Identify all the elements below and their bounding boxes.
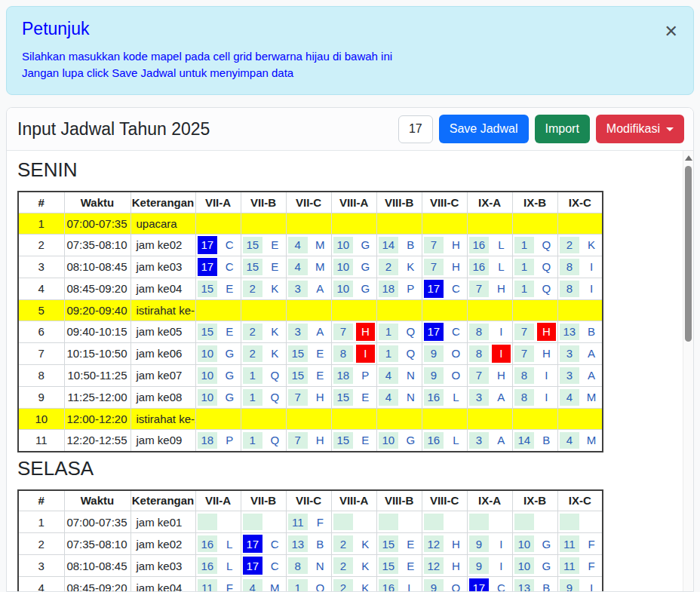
code-cell-editable[interactable] — [333, 514, 354, 530]
code-cell-editable[interactable]: 9 — [469, 535, 490, 552]
code-cell-editable[interactable]: 2 — [333, 579, 354, 592]
code-cell-editable[interactable]: 15 — [243, 237, 263, 253]
code-cell-editable[interactable]: 14 — [379, 237, 399, 253]
code-cell-editable[interactable] — [469, 514, 490, 530]
code-cell-editable[interactable]: 1 — [379, 324, 399, 340]
code-cell-highlighted[interactable]: 17 — [243, 557, 263, 575]
code-cell-editable[interactable]: 7 — [288, 432, 309, 449]
code-cell-editable[interactable] — [514, 514, 535, 530]
code-cell-editable[interactable]: 8 — [333, 345, 354, 362]
scrollbar-up-button[interactable] — [685, 155, 692, 161]
code-cell-editable[interactable]: 4 — [560, 389, 580, 406]
code-cell-editable[interactable]: 10 — [333, 237, 354, 253]
code-cell-editable[interactable]: 12 — [424, 535, 444, 552]
code-cell-editable[interactable]: 8 — [288, 557, 309, 574]
code-cell-editable[interactable]: 4 — [288, 237, 309, 253]
code-cell-editable[interactable]: 3 — [288, 281, 309, 297]
code-cell-editable[interactable]: 10 — [198, 345, 218, 362]
code-cell-editable[interactable]: 16 — [424, 432, 444, 449]
code-cell-editable[interactable]: 7 — [288, 389, 309, 406]
scrollbar-thumb[interactable] — [685, 166, 692, 342]
code-cell-editable[interactable]: 4 — [243, 579, 263, 592]
code-cell-editable[interactable]: 8 — [469, 324, 490, 340]
code-cell-editable[interactable]: 2 — [243, 281, 263, 297]
code-cell-editable[interactable]: 3 — [288, 324, 309, 340]
code-cell-editable[interactable]: 8 — [469, 345, 490, 362]
code-cell-editable[interactable]: 7 — [514, 324, 535, 340]
code-cell-editable[interactable]: 16 — [198, 535, 218, 552]
code-cell-highlighted[interactable]: 17 — [424, 280, 444, 298]
code-cell-editable[interactable]: 9 — [424, 345, 444, 362]
code-cell-editable[interactable]: 4 — [379, 367, 399, 384]
code-cell-editable[interactable]: 10 — [514, 557, 535, 574]
code-cell-editable[interactable]: 2 — [333, 535, 354, 552]
code-cell-editable[interactable]: 18 — [379, 281, 399, 297]
code-cell-editable[interactable]: 7 — [333, 324, 354, 340]
code-cell-editable[interactable]: 8 — [560, 259, 580, 275]
save-jadwal-button[interactable]: Save Jadwal — [439, 115, 529, 143]
modifikasi-dropdown-button[interactable]: Modifikasi — [596, 115, 684, 143]
code-cell-editable[interactable]: 1 — [514, 281, 535, 297]
code-cell-highlighted[interactable]: 17 — [198, 236, 218, 254]
code-cell-editable[interactable]: 10 — [379, 432, 399, 449]
code-cell-editable[interactable]: 1 — [243, 367, 263, 384]
code-cell-editable[interactable]: 11 — [560, 557, 580, 574]
code-cell-editable[interactable]: 1 — [243, 389, 263, 406]
code-cell-editable[interactable]: 8 — [560, 281, 580, 297]
code-cell-editable[interactable]: 9 — [560, 579, 580, 592]
code-cell-editable[interactable]: 8 — [514, 389, 535, 406]
code-cell-editable[interactable]: 9 — [469, 557, 490, 574]
code-cell-editable[interactable]: 10 — [198, 367, 218, 384]
code-cell-editable[interactable]: 16 — [198, 557, 218, 574]
code-cell-editable[interactable]: 15 — [243, 259, 263, 275]
code-cell-editable[interactable]: 2 — [243, 324, 263, 340]
code-cell-highlighted[interactable]: 17 — [424, 323, 444, 341]
code-cell-editable[interactable]: 13 — [288, 535, 309, 552]
code-cell-editable[interactable]: 3 — [560, 345, 580, 362]
close-alert-button[interactable]: ✕ — [662, 20, 681, 43]
code-cell-editable[interactable]: 1 — [243, 432, 263, 449]
code-cell-editable[interactable]: 2 — [243, 345, 263, 362]
code-cell-editable[interactable]: 15 — [379, 535, 399, 552]
code-cell-editable[interactable]: 16 — [379, 579, 399, 592]
code-cell-editable[interactable]: 3 — [469, 389, 490, 406]
code-cell-editable[interactable]: 10 — [333, 259, 354, 275]
code-cell-editable[interactable]: 15 — [198, 281, 218, 297]
code-cell-editable[interactable]: 10 — [514, 535, 535, 552]
code-cell-editable[interactable]: 4 — [560, 432, 580, 449]
code-cell-editable[interactable] — [198, 514, 218, 530]
subject-code-input[interactable] — [398, 115, 433, 143]
code-cell-editable[interactable]: 13 — [514, 579, 535, 592]
code-cell-editable[interactable]: 7 — [469, 367, 490, 384]
code-cell-editable[interactable]: 15 — [288, 367, 309, 384]
code-cell-highlighted[interactable]: 17 — [243, 535, 263, 553]
code-cell-editable[interactable]: 13 — [560, 324, 580, 340]
code-cell-editable[interactable]: 1 — [514, 237, 535, 253]
code-cell-editable[interactable]: 15 — [333, 432, 354, 449]
code-cell-editable[interactable]: 9 — [424, 579, 444, 592]
code-cell-editable[interactable]: 10 — [198, 389, 218, 406]
code-cell-editable[interactable]: 11 — [198, 579, 218, 592]
code-cell-editable[interactable]: 2 — [560, 237, 580, 253]
code-cell-editable[interactable]: 16 — [424, 389, 444, 406]
code-cell-editable[interactable]: 15 — [198, 324, 218, 340]
code-cell-highlighted[interactable]: 17 — [469, 578, 490, 592]
code-cell-editable[interactable]: 4 — [379, 389, 399, 406]
code-cell-editable[interactable] — [424, 514, 444, 530]
code-cell-editable[interactable] — [560, 514, 580, 530]
code-cell-editable[interactable]: 16 — [469, 237, 490, 253]
code-cell-editable[interactable]: 14 — [514, 432, 535, 449]
code-cell-editable[interactable]: 3 — [469, 432, 490, 449]
code-cell-editable[interactable]: 16 — [469, 259, 490, 275]
code-cell-editable[interactable] — [379, 514, 399, 530]
code-cell-editable[interactable]: 12 — [424, 557, 444, 574]
code-cell-editable[interactable]: 10 — [333, 281, 354, 297]
code-cell-editable[interactable]: 1 — [514, 259, 535, 275]
code-cell-editable[interactable]: 3 — [560, 367, 580, 384]
code-cell-editable[interactable]: 4 — [288, 259, 309, 275]
code-cell-editable[interactable]: 11 — [560, 535, 580, 552]
code-cell-editable[interactable]: 8 — [514, 367, 535, 384]
code-cell-editable[interactable]: 7 — [469, 281, 490, 297]
code-cell-editable[interactable]: 7 — [424, 259, 444, 275]
code-cell-editable[interactable] — [243, 514, 263, 530]
